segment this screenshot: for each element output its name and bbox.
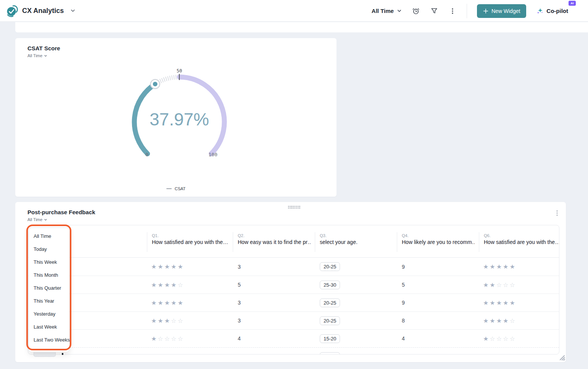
question-label: How easy was it to find the pr… (238, 239, 311, 245)
star-empty-icon: ☆ (509, 282, 516, 288)
csat-time-filter-label: All Time (27, 53, 42, 58)
star-empty-icon: ☆ (509, 353, 516, 355)
gauge-target-label: 50 (177, 68, 182, 74)
star-filled-icon: ★ (158, 353, 164, 355)
feedback-time-filter[interactable]: All Time (27, 217, 47, 222)
header-divider (467, 4, 467, 18)
table-row: ★★★☆☆320-258★★★★☆ (28, 311, 559, 329)
column-header: Q6.How satisfied are you with the… (479, 225, 559, 257)
answer-value: 8 (397, 318, 479, 324)
star-rating: ★★★☆☆ (147, 317, 233, 324)
alarm-icon[interactable] (412, 7, 420, 15)
dropdown-option[interactable]: All Time (29, 230, 69, 243)
star-filled-icon: ★ (496, 318, 503, 324)
table-row: ★★★★★320-259★★★★★ (28, 294, 559, 311)
csat-time-filter[interactable]: All Time (27, 53, 47, 58)
gauge-legend[interactable]: CSAT (15, 186, 337, 191)
star-filled-icon: ★ (151, 353, 158, 355)
star-filled-icon: ★ (164, 353, 171, 355)
answer-value: 4 (397, 335, 479, 342)
star-filled-icon: ★ (177, 300, 184, 306)
column-header: Q4.How likely are you to recomm… (397, 225, 479, 257)
legend-dash-icon (166, 188, 172, 189)
age-chip: 20-25 (320, 316, 340, 325)
star-filled-icon: ★ (158, 318, 164, 324)
copilot-label: Co-pilot (546, 8, 568, 14)
star-empty-icon: ☆ (496, 335, 503, 342)
global-time-filter[interactable]: All Time (372, 8, 402, 14)
feedback-widget: Post-purchase Feedback All Time Q1.How s… (15, 202, 566, 362)
copilot-button[interactable]: Co-pilot AI (536, 7, 568, 15)
app-header: CX Analytics All Time (0, 0, 588, 22)
star-empty-icon: ☆ (509, 335, 516, 342)
gauge-value-label: 37.97% (150, 109, 209, 129)
star-filled-icon: ★ (158, 263, 164, 270)
widget-resize-handle[interactable] (559, 354, 565, 361)
star-empty-icon: ☆ (490, 335, 496, 342)
dropdown-option[interactable]: Last Week (29, 321, 69, 334)
star-filled-icon: ★ (490, 300, 496, 306)
header-actions: All Time (372, 0, 568, 22)
dropdown-option[interactable]: This Year (29, 295, 69, 308)
star-filled-icon: ★ (503, 300, 509, 306)
column-header: Q1.How satisfied are you with the… (147, 225, 233, 257)
filter-icon[interactable] (430, 7, 438, 15)
question-label: How satisfied are you with the… (484, 239, 559, 245)
csat-widget: CSAT Score All Time 50 37.97% 0 100 (15, 38, 337, 197)
widget-more-options-icon[interactable] (554, 210, 560, 217)
table-row: ★★★☆☆520-257★★★☆☆ (28, 347, 559, 355)
dropdown-option[interactable]: This Quarter (29, 282, 69, 295)
star-filled-icon: ★ (164, 282, 171, 288)
star-empty-icon: ☆ (171, 318, 177, 324)
star-filled-icon: ★ (151, 300, 158, 306)
dropdown-option[interactable]: This Week (29, 256, 69, 269)
star-rating: ★★★★★ (479, 299, 559, 306)
time-dropdown: All TimeTodayThis WeekThis MonthThis Qua… (29, 228, 69, 352)
gauge-marker-dot (153, 82, 158, 87)
star-rating: ★★★★☆ (479, 317, 559, 324)
star-filled-icon: ★ (496, 300, 503, 306)
star-filled-icon: ★ (490, 318, 496, 324)
star-rating: ★★☆☆☆ (479, 281, 559, 289)
answer-value: 3 (233, 264, 315, 270)
legend-label: CSAT (175, 186, 186, 191)
star-filled-icon: ★ (490, 282, 496, 288)
question-label: How satisfied are you with the… (152, 239, 229, 245)
answer-cell: 20-25 (315, 298, 397, 307)
partial-widget-above (15, 22, 588, 32)
table-body: ★★★★★320-259★★★★★★★★★☆525-305★★☆☆☆★★★★★3… (28, 258, 559, 355)
star-filled-icon: ★ (496, 353, 503, 355)
star-empty-icon: ☆ (496, 282, 503, 288)
dropdown-option[interactable]: Yesterday (29, 308, 69, 321)
star-filled-icon: ★ (158, 300, 164, 306)
star-filled-icon: ★ (483, 353, 490, 355)
dropdown-option[interactable]: Last Two Weeks (29, 334, 69, 347)
table-row: ★★★★☆525-305★★☆☆☆ (28, 276, 559, 294)
dropdown-option[interactable]: This Month (29, 269, 69, 282)
widget-drag-handle[interactable] (288, 205, 300, 209)
star-filled-icon: ★ (164, 263, 171, 270)
star-empty-icon: ☆ (171, 353, 177, 355)
star-rating: ★★★☆☆ (479, 353, 559, 355)
star-filled-icon: ★ (509, 300, 516, 306)
star-filled-icon: ★ (503, 318, 509, 324)
star-filled-icon: ★ (151, 318, 158, 324)
chevron-down-icon (397, 8, 402, 13)
app-title-chevron-icon[interactable] (70, 8, 76, 13)
star-empty-icon: ☆ (158, 335, 164, 342)
star-empty-icon: ☆ (177, 282, 184, 288)
plus-icon (483, 8, 488, 14)
responses-table: Q1.How satisfied are you with the…Q2.How… (28, 225, 559, 355)
age-chip: 25-30 (320, 281, 340, 289)
question-label: select your age. (320, 239, 393, 245)
dropdown-option[interactable]: Today (29, 243, 69, 256)
star-empty-icon: ☆ (503, 282, 509, 288)
more-options-icon[interactable] (448, 7, 457, 15)
answer-value: 3 (233, 318, 315, 324)
new-widget-button[interactable]: New Widget (477, 4, 526, 18)
star-empty-icon: ☆ (509, 318, 516, 324)
answer-value: 5 (233, 353, 315, 355)
csat-widget-title: CSAT Score (27, 45, 60, 51)
star-filled-icon: ★ (483, 263, 490, 270)
star-filled-icon: ★ (490, 263, 496, 270)
